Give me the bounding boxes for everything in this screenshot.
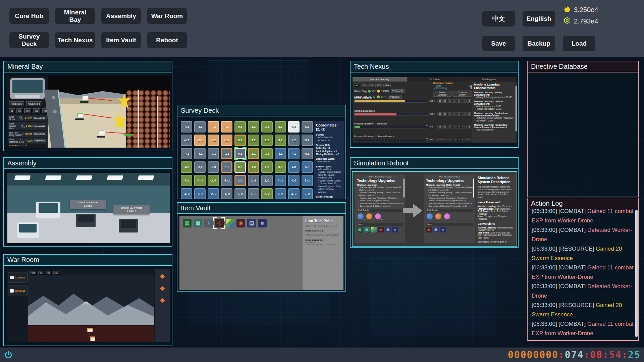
allocation-checkbox[interactable] — [426, 113, 428, 115]
nav-assembly[interactable]: Assembly — [101, 8, 141, 24]
step-10[interactable]: -10 — [442, 99, 447, 103]
survey-tile-2-1[interactable]: 2,1 — [261, 148, 273, 159]
step-5[interactable]: +5 — [467, 125, 471, 128]
dash-item-icon[interactable]: ≡ — [440, 227, 446, 232]
tech-mult-x1[interactable]: x1 — [354, 84, 360, 87]
save-button[interactable]: Save — [482, 36, 515, 51]
map-item-icon[interactable] — [371, 227, 377, 232]
survey-tile--4-3[interactable]: -4,3 — [181, 121, 192, 133]
survey-tile--2--1[interactable]: -2,-1 — [208, 175, 219, 186]
survey-tile-2-3[interactable]: 2,3 — [261, 121, 273, 133]
allocation-checkbox[interactable] — [426, 100, 428, 102]
load-button[interactable]: Load — [563, 36, 595, 51]
survey-tile-3-0[interactable]: 3,0 — [275, 161, 286, 173]
survey-tile--2-2[interactable]: -2,2 — [208, 135, 219, 146]
assembly-machine-locked[interactable] — [119, 219, 138, 232]
step-1[interactable]: -1 — [452, 125, 455, 128]
step-5[interactable]: -5 — [448, 99, 451, 103]
mineral-bay-preview[interactable]: recycle allrecycle old x1x5x10x25Max Min… — [7, 76, 170, 148]
card-item-icon[interactable]: ▤ — [247, 219, 256, 227]
war-toolbar-0[interactable]: 0% — [30, 271, 37, 275]
allocation-checkbox[interactable] — [426, 125, 428, 128]
survey-tile-1-2[interactable]: 1,2 — [248, 135, 259, 146]
war-toolbar-x3[interactable]: x3 — [53, 271, 59, 275]
backup-button[interactable]: Backup — [523, 36, 555, 51]
step-1[interactable]: +1 — [463, 138, 467, 141]
tab-tech-tree[interactable]: Tech Tree — [407, 77, 462, 82]
step-10[interactable]: -10 — [442, 125, 447, 128]
step-25[interactable]: -25 — [437, 112, 442, 116]
nav-tech-nexus[interactable]: Tech Nexus — [55, 32, 95, 48]
nav-mineral-bay[interactable]: Mineral Bay — [55, 8, 95, 24]
survey-tile--4--1[interactable]: -4,-1 — [181, 175, 192, 186]
allocation-checkbox[interactable] — [426, 138, 428, 141]
step-1[interactable]: -1 — [452, 112, 455, 116]
survey-tile-5-0[interactable]: 5,0 — [302, 161, 313, 173]
survey-tile-5--2[interactable]: 5,-2 — [302, 188, 313, 199]
survey-tile--4-0[interactable]: -4,0 — [181, 161, 192, 173]
survey-tile-3-1[interactable]: 3,1 — [275, 148, 286, 159]
survey-tile--4-1[interactable]: -4,1 — [181, 148, 192, 159]
survey-tile-4--2[interactable]: 4,-2 — [288, 188, 300, 199]
tech-nexus-preview[interactable]: Machine LearningTech TreePart Upgrade x1… — [353, 77, 517, 143]
assembly-machine-locked[interactable] — [76, 214, 96, 227]
nav-item-vault[interactable]: Item Vault — [101, 32, 141, 48]
survey-tile-2--2[interactable]: 2,-2 — [261, 188, 273, 199]
upgrade-button[interactable]: Upgrade(C) — [33, 117, 46, 119]
mult-x25[interactable]: x25 — [33, 108, 40, 113]
nav-war-room[interactable]: War Room — [147, 8, 187, 24]
survey-tile-0--2[interactable]: 0,-2 — [234, 188, 246, 199]
dash-item-icon[interactable]: ≡ — [258, 219, 267, 227]
tech-mult-x10[interactable]: x10 — [368, 84, 374, 87]
lang-中文-button[interactable]: 中文 — [482, 11, 515, 27]
scrollbar-thumb[interactable] — [635, 210, 638, 337]
survey-tile--3-0[interactable]: -3,0 — [194, 161, 206, 173]
grid-item-icon[interactable]: ▩2 — [194, 219, 202, 227]
survey-tile--1-3[interactable]: -1,3 — [221, 121, 232, 133]
step-5[interactable]: +5 — [467, 112, 471, 116]
card-item-icon[interactable]: ▤ — [385, 227, 391, 232]
survey-tile--1-1[interactable]: -1,1 — [221, 148, 232, 159]
power-button[interactable] — [4, 351, 13, 359]
upgrade-button[interactable]: Upgrade(E) — [34, 139, 46, 142]
survey-tile--4--2[interactable]: -4,-2 — [181, 188, 192, 199]
survey-tile-3--1[interactable]: 3,-1 — [275, 175, 286, 186]
survey-tile-3-2[interactable]: 3,2 — [275, 135, 286, 146]
scrollbar-thumb[interactable] — [404, 178, 405, 198]
scrollbar-thumb[interactable] — [473, 178, 474, 198]
mult-x10[interactable]: x10 — [24, 108, 32, 113]
survey-tile-4-3[interactable]: 4,3 — [288, 121, 300, 133]
step-1[interactable]: -1 — [452, 99, 455, 103]
dash-item-icon[interactable]: ≡ — [392, 227, 398, 232]
reset-compute-button[interactable]: Reset Compute — [433, 91, 451, 97]
survey-tile-5-3[interactable]: 5,3 — [302, 121, 313, 133]
tech-mult-max[interactable]: Max — [383, 84, 391, 87]
survey-tile-0-2[interactable]: 0,2 — [234, 135, 246, 146]
step-5[interactable]: +5 — [467, 138, 471, 141]
survey-tile-3-3[interactable]: 3,3 — [275, 121, 286, 133]
donut-item-icon[interactable]: ◎3 — [215, 219, 224, 227]
survey-tile-3--2[interactable]: 3,-2 — [275, 188, 286, 199]
survey-tile-1-3[interactable]: 1,3 — [248, 121, 259, 133]
war-toolbar-x1[interactable]: x1 — [38, 271, 44, 275]
survey-tile--1-2[interactable]: -1,2 — [221, 135, 232, 146]
war-room-preview[interactable]: COMBATCOMBAT 0%x1x2x3 ✸✸✸ — [7, 269, 170, 342]
card-item-icon[interactable]: ▤ — [433, 227, 439, 232]
survey-tile--3--2[interactable]: -3,-2 — [194, 188, 206, 199]
mult-x1[interactable]: x1 — [9, 108, 15, 113]
step-1[interactable]: +1 — [463, 112, 467, 116]
step-10[interactable]: -10 — [442, 138, 447, 141]
book-item-icon[interactable]: ◉ — [378, 227, 384, 232]
circuit-item-icon[interactable]: ▦11 — [357, 227, 363, 232]
survey-tile--2--2[interactable]: -2,-2 — [208, 188, 219, 199]
survey-tile-2-0[interactable]: 2,0 — [261, 161, 273, 173]
assembly-preview[interactable]: Unlock 3D Printer 1.04e5 Unlock 3D Print… — [7, 173, 170, 243]
tech-mult-x25[interactable]: x25 — [375, 84, 382, 87]
survey-tile-0-0[interactable]: 0,0 — [234, 161, 246, 173]
mult-x5[interactable]: x5 — [16, 108, 23, 113]
gear-item-icon[interactable]: ✳1 — [204, 219, 213, 227]
step-1[interactable]: -1 — [452, 138, 455, 141]
survey-tile-0-1[interactable]: 0,1 — [234, 148, 246, 159]
tab-machine-learning[interactable]: Machine Learning — [353, 77, 407, 82]
nav-reboot[interactable]: Reboot — [147, 32, 187, 48]
